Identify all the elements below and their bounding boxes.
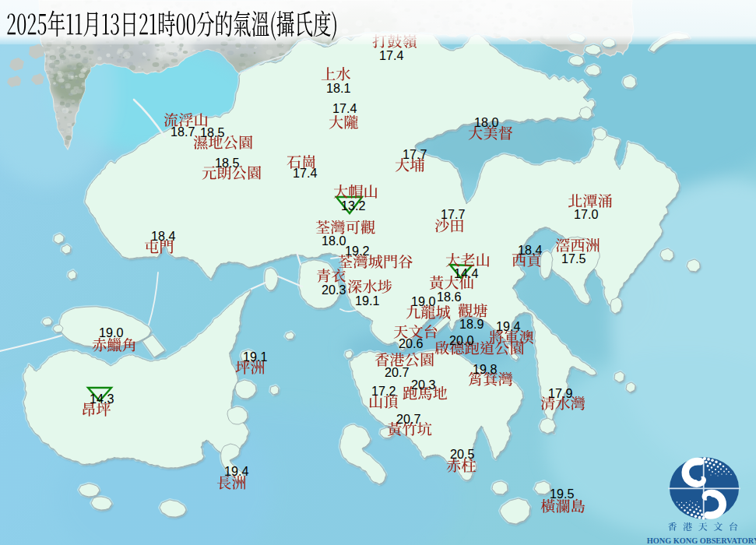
svg-text:18.9: 18.9 <box>459 317 484 331</box>
svg-text:20.0: 20.0 <box>449 333 474 347</box>
svg-text:17.7: 17.7 <box>441 207 466 221</box>
svg-text:17.9: 17.9 <box>548 386 573 400</box>
svg-text:19.4: 19.4 <box>224 464 249 478</box>
svg-text:18.0: 18.0 <box>474 115 499 129</box>
svg-text:19.2: 19.2 <box>345 244 370 258</box>
svg-text:18.1: 18.1 <box>326 81 351 95</box>
svg-text:20.5: 20.5 <box>450 447 475 461</box>
svg-text:14.4: 14.4 <box>454 266 479 280</box>
svg-text:20.7: 20.7 <box>396 412 421 426</box>
svg-text:18.7: 18.7 <box>171 125 195 139</box>
svg-text:20.3: 20.3 <box>411 378 436 392</box>
svg-text:20.6: 20.6 <box>399 336 424 350</box>
svg-text:17.2: 17.2 <box>371 384 396 398</box>
svg-text:17.4: 17.4 <box>332 101 357 115</box>
svg-text:18.5: 18.5 <box>215 156 240 170</box>
svg-text:17.7: 17.7 <box>403 147 427 161</box>
svg-text:19.1: 19.1 <box>243 350 268 364</box>
svg-text:19.5: 19.5 <box>550 487 575 501</box>
svg-text:19.0: 19.0 <box>99 325 124 339</box>
svg-text:19.0: 19.0 <box>411 294 436 308</box>
svg-text:18.6: 18.6 <box>437 290 462 304</box>
svg-text:20.3: 20.3 <box>322 283 346 297</box>
svg-text:17.5: 17.5 <box>561 251 586 265</box>
svg-text:20.7: 20.7 <box>385 365 410 379</box>
svg-text:19.4: 19.4 <box>496 319 521 333</box>
svg-text:18.4: 18.4 <box>151 229 176 243</box>
svg-text:17.4: 17.4 <box>379 48 404 62</box>
svg-text:18.4: 18.4 <box>518 243 543 257</box>
svg-text:HONG KONG OBSERVATORY: HONG KONG OBSERVATORY <box>647 536 756 545</box>
svg-text:14.3: 14.3 <box>90 392 114 406</box>
svg-text:17.0: 17.0 <box>574 207 599 221</box>
svg-text:17.4: 17.4 <box>293 166 318 180</box>
svg-text:18.5: 18.5 <box>200 125 225 139</box>
svg-text:18.0: 18.0 <box>322 234 346 248</box>
svg-text:13.2: 13.2 <box>341 199 366 213</box>
svg-text:19.1: 19.1 <box>355 294 380 308</box>
svg-text:19.8: 19.8 <box>473 362 498 376</box>
